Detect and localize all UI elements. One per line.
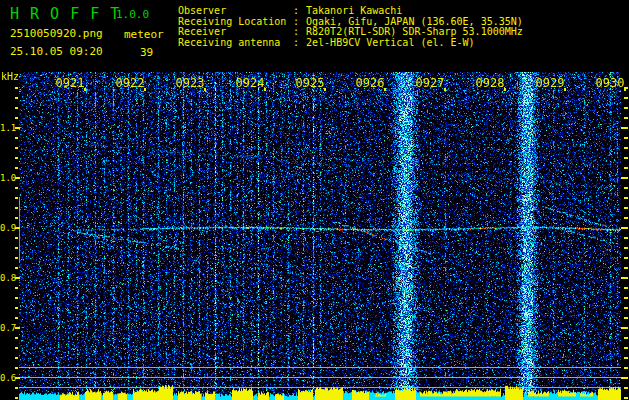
axis-tick	[15, 257, 18, 259]
axis-tick	[624, 397, 628, 399]
axis-tick	[444, 88, 446, 91]
axis-tick	[624, 147, 628, 149]
axis-tick	[624, 337, 628, 339]
axis-tick	[624, 237, 628, 239]
axis-tick	[624, 387, 628, 389]
axis-tick	[624, 357, 628, 359]
info-value: Ogaki, Gifu, JAPAN (136.60E, 35.35N)	[306, 17, 523, 27]
time-tick-label: 0926	[356, 77, 385, 89]
freq-tick-label: 1.1	[0, 123, 14, 133]
axis-tick	[84, 88, 86, 91]
time-tick-label: 0927	[416, 77, 445, 89]
axis-tick	[621, 277, 628, 279]
axis-tick	[624, 347, 628, 349]
freq-tick-label: 0.9	[0, 223, 14, 233]
axis-tick	[624, 307, 628, 309]
info-label: Observer	[178, 6, 293, 16]
axis-tick	[384, 88, 386, 91]
app-title: H R O F F T	[10, 5, 120, 23]
axis-tick	[15, 277, 20, 279]
axis-tick	[564, 88, 566, 91]
axis-tick	[15, 287, 18, 289]
axis-tick	[144, 88, 146, 91]
info-label: Receiving antenna	[178, 38, 293, 48]
time-tick-label: 0922	[116, 77, 145, 89]
freq-axis-unit: kHz	[1, 71, 19, 82]
axis-tick	[15, 167, 18, 169]
axis-tick	[15, 377, 20, 379]
axis-tick	[624, 297, 628, 299]
axis-tick	[624, 87, 628, 89]
axis-tick	[15, 107, 18, 109]
axis-tick	[621, 177, 628, 179]
info-colon: :	[293, 27, 299, 37]
axis-tick	[624, 107, 628, 109]
time-tick-label: 0924	[236, 77, 265, 89]
axis-tick	[15, 97, 18, 99]
axis-tick	[15, 307, 18, 309]
output-filename: 2510050920.png	[10, 27, 103, 40]
freq-tick-label: 0.6	[0, 373, 14, 383]
axis-tick	[624, 117, 628, 119]
info-label: Receiving Location	[178, 17, 293, 27]
info-value: R820T2(RTL-SDR) SDR-Sharp 53.1000MHz	[306, 27, 523, 37]
axis-tick	[624, 197, 628, 199]
axis-tick	[624, 217, 628, 219]
axis-tick	[15, 227, 20, 229]
axis-tick	[624, 367, 628, 369]
axis-tick	[624, 257, 628, 259]
axis-tick	[15, 327, 20, 329]
axis-tick	[15, 297, 18, 299]
axis-tick	[15, 147, 18, 149]
freq-tick-label: 0.8	[0, 273, 14, 283]
axis-tick	[15, 317, 18, 319]
axis-tick	[324, 88, 326, 91]
hrofft-window: H R O F F T 1.0.0 2510050920.png meteor …	[0, 0, 629, 400]
axis-tick	[15, 117, 18, 119]
station-info-row: Receiving Location:Ogaki, Gifu, JAPAN (1…	[178, 17, 523, 27]
axis-tick	[624, 287, 628, 289]
axis-tick	[624, 167, 628, 169]
axis-tick	[624, 207, 628, 209]
axis-tick	[15, 267, 18, 269]
time-tick-label: 0928	[476, 77, 505, 89]
axis-tick	[624, 317, 628, 319]
time-tick-label: 0921	[56, 77, 85, 89]
axis-tick	[621, 127, 628, 129]
axis-tick	[15, 127, 20, 129]
axis-tick	[15, 347, 18, 349]
axis-tick	[624, 247, 628, 249]
axis-tick	[621, 327, 628, 329]
axis-tick	[15, 397, 18, 399]
info-value: Takanori Kawachi	[306, 6, 402, 16]
freq-tick-label: 0.7	[0, 323, 14, 333]
axis-tick	[15, 197, 18, 199]
info-value: 2el-HB9CV Vertical (el. E-W)	[306, 38, 475, 48]
app-version: 1.0.0	[116, 8, 149, 21]
header-timestamp: 25.10.05 09:20	[10, 45, 103, 58]
axis-tick	[15, 177, 20, 179]
axis-tick	[204, 88, 206, 91]
axis-tick	[15, 207, 18, 209]
time-tick-label: 0930	[596, 77, 625, 89]
station-info-row: Receiver:R820T2(RTL-SDR) SDR-Sharp 53.10…	[178, 27, 523, 37]
time-tick-label: 0925	[296, 77, 325, 89]
axis-tick	[624, 267, 628, 269]
axis-tick	[15, 157, 18, 159]
axis-tick	[15, 187, 18, 189]
axis-tick	[504, 88, 506, 91]
spectrogram-canvas	[19, 72, 621, 400]
info-colon: :	[293, 38, 299, 48]
axis-tick	[15, 217, 18, 219]
axis-tick	[15, 137, 18, 139]
axis-tick	[624, 137, 628, 139]
freq-tick-label: 1.0	[0, 173, 14, 183]
axis-tick	[621, 227, 628, 229]
info-colon: :	[293, 6, 299, 16]
axis-tick	[624, 187, 628, 189]
info-label: Receiver	[178, 27, 293, 37]
time-tick-label: 0929	[536, 77, 565, 89]
echo-count: 39	[140, 46, 153, 59]
axis-tick	[15, 357, 18, 359]
info-colon: :	[293, 17, 299, 27]
